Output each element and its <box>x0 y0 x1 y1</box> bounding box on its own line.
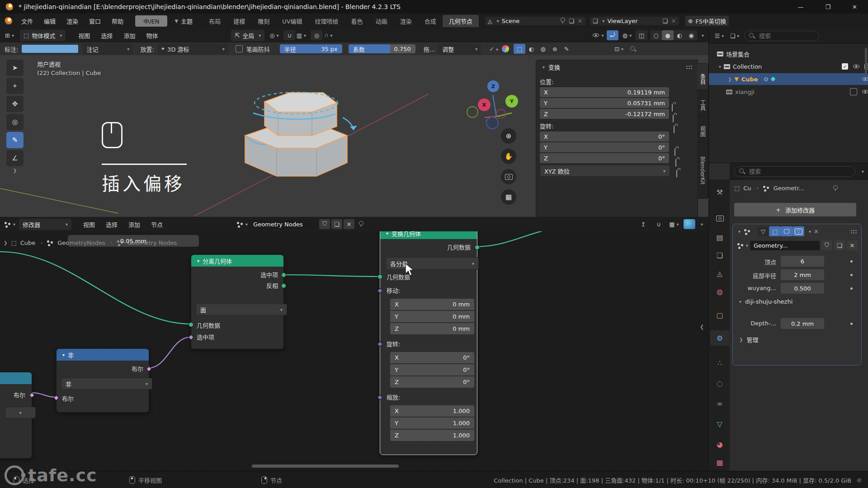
ptab-object-icon[interactable]: ▢ <box>710 307 729 323</box>
ptab-texture-icon[interactable]: ▦ <box>710 455 729 470</box>
transform-tool-icon[interactable]: ◎ <box>6 114 24 130</box>
rotation-x-field[interactable]: X 0° <box>540 131 669 141</box>
gizmo-neg-z-ball[interactable] <box>486 117 499 129</box>
tab-geometry-nodes[interactable]: 几何节点 <box>443 15 479 27</box>
annotate-tool-icon[interactable]: ✎ <box>6 132 24 148</box>
ptab-output-icon[interactable]: ▤ <box>710 230 729 245</box>
zoom-icon[interactable]: ⊕ <box>501 128 516 144</box>
toolbar-expand-icon[interactable]: ❯ <box>6 168 24 173</box>
translation-y-field[interactable]: Y0 mm <box>390 311 474 322</box>
animate-dot[interactable] <box>850 323 853 325</box>
socket-out-inverted[interactable] <box>281 283 286 288</box>
network-status-icon[interactable]: ⊘ <box>857 477 862 483</box>
toggle-render-icon[interactable] <box>793 226 804 236</box>
lang-toggle-button[interactable]: 中/EN <box>135 15 167 27</box>
ne-menu-view[interactable]: 视图 <box>78 220 100 229</box>
lock-icon[interactable] <box>674 126 675 133</box>
snap-magnet-icon[interactable]: ∪ <box>283 30 295 40</box>
ptab-material-icon[interactable]: ◕ <box>710 436 729 452</box>
node-editor-type-icon[interactable]: ▾ <box>4 219 15 229</box>
panel-grip[interactable] <box>686 65 693 69</box>
npanel-title[interactable]: 变换 <box>548 63 560 71</box>
pin-icon[interactable] <box>561 18 565 24</box>
outliner-search[interactable] <box>744 31 819 41</box>
node-editor-canvas[interactable]: ❯ ⬚ Cube › GeometryNodes › Geometry Node… <box>0 231 708 471</box>
node-partial-left[interactable]: 布尔 ▾ <box>0 372 32 459</box>
ptab-particles-icon[interactable]: ∴ <box>710 355 729 371</box>
factor-slider[interactable]: 系数 0.750 <box>349 44 415 53</box>
fake-user-shield-icon[interactable]: ⛉ <box>319 219 330 229</box>
hide-eye-icon[interactable] <box>862 75 868 83</box>
cursor-tool-icon[interactable]: ⌖ <box>6 78 24 94</box>
menu-file[interactable]: 文件 <box>16 17 38 25</box>
properties-options-icon[interactable]: ▾ <box>862 169 864 174</box>
collection-checkbox[interactable]: ✓ <box>842 63 848 70</box>
lock-icon[interactable] <box>673 115 674 122</box>
expand-icon[interactable]: ▾ <box>719 64 721 69</box>
modifier-tree-name[interactable]: Geometry... <box>750 241 820 250</box>
animate-dot[interactable] <box>850 274 853 276</box>
socket-out-selection[interactable] <box>281 272 286 277</box>
rotation-y-field[interactable]: Y0° <box>390 364 474 375</box>
translation-x-field[interactable]: X0 mm <box>390 299 474 310</box>
shading-dropdown-icon[interactable]: ▾ <box>702 33 704 38</box>
move-tool-icon[interactable]: ✥ <box>6 96 24 112</box>
scale-y-field[interactable]: Y1.000 <box>390 418 474 429</box>
row-cube[interactable]: ❯ ▼ Cube ⚙ <box>709 73 868 85</box>
viewlayer-selector[interactable]: ❏▾ ViewLayer ❏ ✕ <box>590 17 679 25</box>
vp-menu-object[interactable]: 物体 <box>141 31 163 40</box>
radius-slider[interactable]: 半径 35 px <box>280 44 342 53</box>
pivot-toggle-icon[interactable]: ◐ <box>525 44 537 54</box>
enabled-check-icon[interactable]: ✓▾ <box>489 46 498 52</box>
maximize-button[interactable]: ❐ <box>814 2 841 12</box>
ptab-modifier-icon[interactable]: ⚙ <box>710 330 729 346</box>
gizmo-y-ball[interactable]: Y <box>505 95 518 108</box>
shield-icon[interactable]: ⛉ <box>821 240 832 250</box>
remove-viewlayer-icon[interactable]: ✕ <box>671 18 676 24</box>
editor-type-icon[interactable]: ⊞▾ <box>4 30 15 40</box>
unlink-tree-icon[interactable]: ✕ <box>344 219 354 229</box>
location-x-field[interactable]: X 0.19119 mm <box>540 87 669 97</box>
add-modifier-button[interactable]: + 添加修改器 <box>734 203 856 216</box>
scale-z-field[interactable]: Z1.000 <box>390 430 474 441</box>
lock-icon[interactable] <box>676 170 677 178</box>
menu-help[interactable]: 帮助 <box>106 17 129 25</box>
rotation-mode-dropdown[interactable]: XYZ 欧拉▾ <box>540 165 670 177</box>
hide-eye-icon[interactable] <box>853 63 860 70</box>
vp-menu-view[interactable]: 视图 <box>73 31 95 40</box>
ptab-constraints-icon[interactable]: ∞ <box>710 396 729 411</box>
note-type-dropdown[interactable]: 注记▾ <box>83 43 133 55</box>
popover-icon[interactable]: ⊡▾ <box>613 44 625 54</box>
location-y-field[interactable]: Y 0.05731 mm <box>540 98 669 108</box>
ptab-render-icon[interactable] <box>710 211 729 226</box>
close-button[interactable]: ✕ <box>841 2 868 12</box>
region-collapse-icon[interactable]: ❮ <box>700 324 704 330</box>
drag-grip[interactable] <box>850 230 858 234</box>
hide-eye-icon[interactable] <box>862 88 868 95</box>
ne-menu-add[interactable]: 添加 <box>123 220 146 229</box>
shading-solid-icon[interactable]: ● <box>662 30 674 40</box>
tree-datablock-icon[interactable]: ▾ <box>236 219 248 229</box>
outliner-search-input[interactable] <box>758 32 814 40</box>
ne-overlays-dropdown-icon[interactable]: ▾ <box>701 222 703 227</box>
tree-pin-icon[interactable] <box>359 221 363 227</box>
axis-neg-x[interactable] <box>496 109 505 118</box>
axis-neg-y[interactable] <box>467 107 478 117</box>
blender-menu-icon[interactable] <box>5 17 12 25</box>
mode-dropdown[interactable]: 各分量▾ <box>386 257 479 270</box>
properties-search-input[interactable] <box>748 168 795 175</box>
new-scene-icon[interactable]: ❏ <box>569 18 574 24</box>
node-tree-name[interactable]: Geometry Nodes <box>248 220 317 229</box>
socket-in-geometry[interactable] <box>189 322 193 327</box>
horizontal-scrollbar[interactable] <box>252 465 399 468</box>
lock-icon[interactable] <box>675 159 676 167</box>
select-tool-toggle-icon[interactable]: ⬚ <box>514 44 525 54</box>
translation-z-field[interactable]: Z0 mm <box>390 323 474 334</box>
rotation-x-field[interactable]: X0° <box>390 352 474 363</box>
theme-label[interactable]: 主题 <box>181 17 193 25</box>
collapse-icon[interactable]: ▾ <box>738 229 741 234</box>
xiangji-checkbox[interactable] <box>850 88 857 95</box>
animate-dot[interactable] <box>850 287 853 290</box>
properties-search[interactable] <box>734 166 855 177</box>
outliner-filter-icon[interactable]: ❏▾ <box>729 31 741 41</box>
